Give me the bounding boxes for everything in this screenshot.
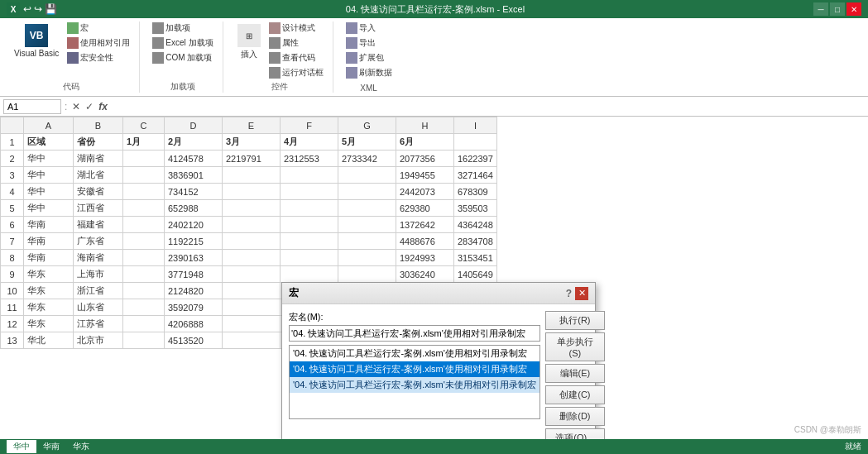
run-dialog-button[interactable]: 运行对话框 (266, 66, 326, 79)
spreadsheet: A B C D E F G H I 1 区域 省份 1月 2月 3月 4月 5月 (0, 117, 868, 439)
ribbon-content: VB Visual Basic 宏 使用相对引用 宏安全性 代码 (0, 18, 868, 97)
delete-button[interactable]: 删除(D) (545, 407, 605, 426)
table-row: 3 华中湖北省 3836901 1949455 3271464 (1, 167, 497, 184)
status-bar: 华中 华南 华东 就绪 (0, 439, 868, 454)
ribbon-group-addins: 加载项 Excel 加载项 COM 加载项 加载项 (146, 22, 223, 93)
run-button[interactable]: 执行(R) (545, 311, 605, 330)
dialog-title-text: 宏 (289, 286, 299, 300)
col-header-b[interactable]: B (74, 117, 123, 134)
sheet-tab-huadong[interactable]: 华东 (66, 440, 96, 453)
controls-group-title: 控件 (271, 79, 288, 93)
corner-cell (1, 117, 24, 134)
ribbon-group-xml: 导入 导出 扩展包 刷新数据 XML (340, 22, 401, 93)
dialog-left-panel: 宏名(M): '04. 快速访问工具栏运行宏-案例.xlsm'使用相对引用录制宏… (289, 311, 540, 419)
macro-item-0[interactable]: '04. 快速访问工具栏运行宏-案例.xlsm'使用相对引用录制宏 (290, 346, 540, 361)
formula-icons: ✕ ✓ fx (70, 101, 109, 112)
macro-security-button[interactable]: 宏安全性 (65, 51, 132, 65)
ribbon-group-controls: ⊞ 插入 设计模式 属性 查看代码 运行对话框 (230, 22, 333, 93)
sheet-tab-huazhong[interactable]: 华中 (7, 440, 36, 453)
relative-ref-button[interactable]: 使用相对引用 (65, 36, 132, 50)
macro-list[interactable]: '04. 快速访问工具栏运行宏-案例.xlsm'使用相对引用录制宏 '04. 快… (289, 345, 540, 419)
app-icon: X (7, 2, 20, 16)
dialog-close-button[interactable]: ✕ (575, 287, 588, 300)
edit-button[interactable]: 编辑(E) (545, 364, 605, 383)
col-header-e[interactable]: E (223, 117, 281, 134)
col-header-i[interactable]: I (454, 117, 497, 134)
view-code-button[interactable]: 查看代码 (266, 51, 326, 65)
table-row: 8 华南海南省 2390163 1924993 3153451 (1, 250, 497, 266)
com-addin-button[interactable]: COM 加载项 (150, 51, 215, 65)
excel-addin-button[interactable]: Excel 加载项 (150, 36, 215, 50)
xml-refresh-button[interactable]: 刷新数据 (343, 66, 395, 79)
formula-confirm-icon[interactable]: ✓ (84, 101, 95, 112)
macro-item-1[interactable]: '04. 快速访问工具栏运行宏-案例.xlsm'使用相对引用录制宏 (290, 361, 540, 377)
col-header-g[interactable]: G (338, 117, 396, 134)
formula-fx-icon[interactable]: fx (97, 101, 109, 112)
table-row: 6 华南福建省 2402120 1372642 4364248 (1, 217, 497, 233)
addin-button[interactable]: 加载项 (150, 22, 215, 35)
sheet-tab-huanan[interactable]: 华南 (36, 440, 66, 453)
cell-a1[interactable]: 区域 (24, 134, 74, 151)
xml-extension-button[interactable]: 扩展包 (343, 51, 395, 65)
xml-buttons: 导入 导出 扩展包 刷新数据 (343, 22, 395, 82)
undo-icon[interactable]: ↩ (23, 3, 31, 15)
addin-group-title: 加载项 (170, 79, 195, 93)
row-num-1: 1 (1, 134, 24, 151)
ribbon-group-code: VB Visual Basic 宏 使用相对引用 宏安全性 代码 (7, 22, 140, 93)
window-title: 04. 快速访问工具栏运行宏-案例.xlsm - Excel (57, 3, 813, 16)
cell-e1[interactable]: 3月 (223, 134, 281, 151)
dialog-question-icon[interactable]: ? (566, 288, 572, 299)
col-header-f[interactable]: F (281, 117, 338, 134)
formula-bar: : ✕ ✓ fx (0, 97, 868, 117)
cell-g1[interactable]: 5月 (338, 134, 396, 151)
code-buttons: VB Visual Basic 宏 使用相对引用 宏安全性 (10, 22, 132, 79)
cell-c1[interactable]: 1月 (123, 134, 165, 151)
quick-access-toolbar: ↩ ↪ 💾 (23, 3, 57, 15)
create-button[interactable]: 创建(C) (545, 385, 605, 404)
col-header-c[interactable]: C (123, 117, 165, 134)
xml-export-button[interactable]: 导出 (343, 36, 395, 50)
cell-h1[interactable]: 6月 (396, 134, 454, 151)
macro-name-input[interactable] (289, 325, 540, 342)
formula-input[interactable] (113, 102, 865, 112)
redo-icon[interactable]: ↪ (34, 3, 42, 15)
status-ready: 就绪 (845, 441, 861, 452)
cell-reference-input[interactable] (3, 99, 61, 114)
macro-button[interactable]: 宏 (65, 22, 132, 35)
dialog-body: 宏名(M): '04. 快速访问工具栏运行宏-案例.xlsm'使用相对引用录制宏… (282, 304, 595, 439)
table-row: 4 华中安徽省 734152 2442073 678309 (1, 184, 497, 200)
macro-name-label-text: 宏名(M): (289, 312, 324, 322)
cell-d1[interactable]: 2月 (165, 134, 223, 151)
properties-button[interactable]: 属性 (266, 36, 326, 50)
maximize-button[interactable]: □ (830, 2, 845, 16)
window-controls: ─ □ ✕ (813, 2, 861, 16)
control-buttons: ⊞ 插入 设计模式 属性 查看代码 运行对话框 (233, 22, 326, 79)
options-button[interactable]: 选项(O)... (545, 428, 605, 439)
insert-control-button[interactable]: ⊞ 插入 (233, 22, 265, 63)
cell-b1[interactable]: 省份 (74, 134, 123, 151)
code-small-buttons: 宏 使用相对引用 宏安全性 (65, 22, 132, 65)
minimize-button[interactable]: ─ (813, 2, 828, 16)
macro-dialog: 宏 ? ✕ 宏名(M): '04. 快速访问工具栏运行宏-案例.xlsm'使用相… (281, 282, 596, 439)
cell-f1[interactable]: 4月 (281, 134, 338, 151)
col-header-d[interactable]: D (165, 117, 223, 134)
col-header-h[interactable]: H (396, 117, 454, 134)
close-button[interactable]: ✕ (846, 2, 861, 16)
macro-item-2[interactable]: '04. 快速访问工具栏运行宏-案例.xlsm'未使用相对引用录制宏 (290, 377, 540, 393)
xml-group-title: XML (360, 82, 377, 93)
dialog-macro-row: 宏名(M): '04. 快速访问工具栏运行宏-案例.xlsm'使用相对引用录制宏… (289, 311, 588, 439)
design-mode-button[interactable]: 设计模式 (266, 22, 326, 35)
xml-import-button[interactable]: 导入 (343, 22, 395, 35)
save-icon[interactable]: 💾 (45, 3, 57, 15)
table-row: 2 华中湖南省 4124578 22197912312553 273334220… (1, 151, 497, 167)
table-row: 7 华南广东省 1192215 4488676 2834708 (1, 233, 497, 250)
formula-cancel-icon[interactable]: ✕ (70, 101, 82, 112)
macro-name-label: 宏名(M): (289, 311, 540, 342)
code-group-title: 代码 (63, 79, 79, 93)
visual-basic-button[interactable]: VB Visual Basic (10, 22, 63, 60)
cell-i1[interactable] (454, 134, 497, 151)
table-row: 1 区域 省份 1月 2月 3月 4月 5月 6月 (1, 134, 497, 151)
step-run-button[interactable]: 单步执行(S) (545, 332, 605, 361)
xml-small-buttons: 导入 导出 扩展包 刷新数据 (343, 22, 395, 79)
col-header-a[interactable]: A (24, 117, 74, 134)
